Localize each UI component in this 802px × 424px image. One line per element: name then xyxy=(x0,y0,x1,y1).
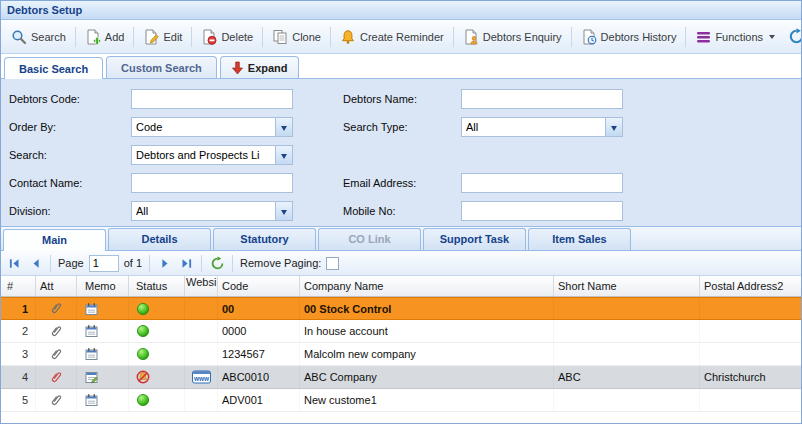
column-header-att[interactable]: Att xyxy=(36,276,77,296)
toolbar-separator xyxy=(571,27,572,47)
debtors-enquiry-button[interactable]: Debtors Enquiry xyxy=(457,24,568,50)
paperclip-icon xyxy=(50,324,62,339)
chevron-down-icon[interactable] xyxy=(275,202,292,220)
row-number: 3 xyxy=(1,343,36,365)
tab-details[interactable]: Details xyxy=(108,228,211,250)
column-header-rownum[interactable]: # xyxy=(1,276,36,296)
debtors-history-button[interactable]: Debtors History xyxy=(575,24,683,50)
grid-body: 1 00 00 Stock Control 2 0000 In house ac… xyxy=(1,297,801,423)
paging-toolbar: Page of 1 Remove Paging: xyxy=(1,251,801,276)
next-page-button[interactable] xyxy=(157,255,173,271)
tab-item-sales[interactable]: Item Sales xyxy=(528,228,631,250)
column-header-postal-address2[interactable]: Postal Address2 xyxy=(700,276,801,296)
toolbar-separator xyxy=(330,27,331,47)
cell-code: 1234567 xyxy=(218,343,300,365)
column-header-company-name[interactable]: Company Name xyxy=(300,276,554,296)
website-www-icon: www xyxy=(192,370,211,384)
chevron-down-icon[interactable] xyxy=(275,146,292,164)
window-titlebar: Debtors Setup xyxy=(1,1,801,20)
division-select[interactable]: All xyxy=(131,201,293,221)
main-toolbar: Search Add Edit Delete xyxy=(1,20,801,54)
table-row[interactable]: 5 ADV001 New custome1 xyxy=(1,389,801,412)
column-header-code[interactable]: Code xyxy=(218,276,300,296)
table-row[interactable]: 2 0000 In house account xyxy=(1,320,801,343)
enquiry-icon xyxy=(463,29,479,45)
search-type-label: Search Type: xyxy=(343,121,461,133)
chevron-down-icon[interactable] xyxy=(275,118,292,136)
refresh-icon[interactable] xyxy=(209,255,225,271)
svg-text:www: www xyxy=(192,375,209,382)
table-row[interactable]: 3 1234567 Malcolm new company xyxy=(1,343,801,366)
cell-company-name: In house account xyxy=(300,320,554,342)
table-row[interactable]: 1 00 00 Stock Control xyxy=(1,297,801,320)
column-header-status[interactable]: Status xyxy=(129,276,185,296)
cell-short-name xyxy=(554,343,700,365)
paperclip-red-icon xyxy=(50,370,62,385)
debtors-name-field[interactable] xyxy=(461,89,623,109)
contact-name-field[interactable] xyxy=(131,173,293,193)
add-button[interactable]: Add xyxy=(79,24,131,50)
table-row[interactable]: 4 www ABC0010 ABC Company ABC Christchur… xyxy=(1,366,801,389)
contact-name-label: Contact Name: xyxy=(9,177,131,189)
row-number: 4 xyxy=(1,366,36,388)
last-page-button[interactable] xyxy=(178,255,194,271)
edit-icon xyxy=(143,29,159,45)
paperclip-icon xyxy=(50,301,62,316)
create-reminder-button[interactable]: Create Reminder xyxy=(334,24,450,50)
tab-co-link: CO Link xyxy=(318,228,421,250)
row-number: 5 xyxy=(1,389,36,411)
cell-postal-address2 xyxy=(700,298,801,319)
tab-main[interactable]: Main xyxy=(3,229,106,251)
email-address-field[interactable] xyxy=(461,173,623,193)
delete-button[interactable]: Delete xyxy=(195,24,259,50)
functions-button[interactable]: Functions xyxy=(689,24,781,50)
column-header-short-name[interactable]: Short Name xyxy=(554,276,700,296)
tab-custom-search[interactable]: Custom Search xyxy=(106,56,217,78)
page-of-label: of 1 xyxy=(124,257,142,269)
memo-icon xyxy=(85,302,98,316)
cell-postal-address2: Christchurch xyxy=(700,366,801,388)
column-header-memo[interactable]: Memo xyxy=(77,276,129,296)
toolbar-separator xyxy=(133,27,134,47)
toolbar-separator xyxy=(191,27,192,47)
debtors-code-field[interactable] xyxy=(131,89,293,109)
edit-button[interactable]: Edit xyxy=(137,24,188,50)
mobile-no-label: Mobile No: xyxy=(343,205,461,217)
email-address-label: Email Address: xyxy=(343,177,461,189)
paperclip-icon xyxy=(50,347,62,362)
tab-basic-search[interactable]: Basic Search xyxy=(4,57,103,79)
mobile-no-field[interactable] xyxy=(461,201,623,221)
search-button[interactable]: Search xyxy=(5,24,72,50)
cell-short-name xyxy=(554,298,700,319)
order-by-label: Order By: xyxy=(9,121,131,133)
expand-button[interactable]: Expand xyxy=(220,56,299,78)
status-blocked-icon xyxy=(136,370,150,384)
memo-edit-icon xyxy=(85,370,99,384)
remove-paging-checkbox[interactable] xyxy=(326,257,339,270)
circular-arrow-icon[interactable] xyxy=(788,29,801,45)
expand-arrow-icon xyxy=(231,61,244,75)
paperclip-icon xyxy=(50,393,62,408)
tab-support-task[interactable]: Support Task xyxy=(423,228,526,250)
column-header-website[interactable]: Websi xyxy=(185,276,218,296)
order-by-select[interactable]: Code xyxy=(131,117,293,137)
page-number-input[interactable] xyxy=(89,255,119,272)
page-label: Page xyxy=(58,257,84,269)
division-label: Division: xyxy=(9,205,131,217)
debtors-code-label: Debtors Code: xyxy=(9,93,131,105)
clone-button[interactable]: Clone xyxy=(266,24,327,50)
first-page-button[interactable] xyxy=(6,255,22,271)
prev-page-button[interactable] xyxy=(27,255,43,271)
search-select[interactable]: Debtors and Prospects Li xyxy=(131,145,293,165)
cell-short-name xyxy=(554,389,700,411)
chevron-down-icon[interactable] xyxy=(605,118,622,136)
toolbar-separator xyxy=(453,27,454,47)
cell-company-name: Malcolm new company xyxy=(300,343,554,365)
search-type-select[interactable]: All xyxy=(461,117,623,137)
debtors-name-label: Debtors Name: xyxy=(343,93,461,105)
tab-statutory[interactable]: Statutory xyxy=(213,228,316,250)
cell-code: ADV001 xyxy=(218,389,300,411)
functions-icon xyxy=(695,29,711,45)
cell-short-name xyxy=(554,320,700,342)
grid-header: # Att Memo Status Websi Code Company Nam… xyxy=(1,276,801,297)
